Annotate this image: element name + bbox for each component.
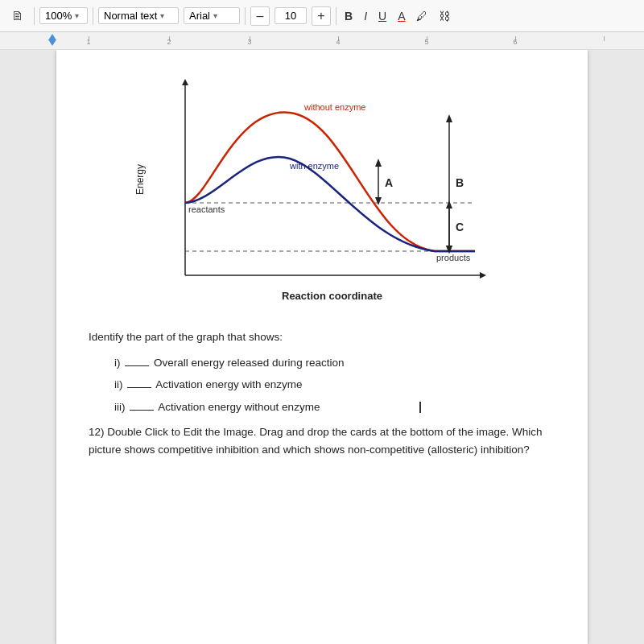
ruler-right-marker [48,34,56,40]
font-size-decrease-button[interactable]: – [250,6,270,26]
font-size-input[interactable] [275,7,307,24]
ruler: 1 2 3 4 5 6 [0,32,644,50]
underline-button[interactable]: U [375,8,390,24]
reactants-label: reactants [188,204,225,214]
zoom-arrow: ▾ [75,11,79,20]
link-button[interactable]: ⛓ [436,8,453,24]
sub-ii-text: Activation energy with enzyme [155,378,302,390]
with-enzyme-label: with enzyme [289,161,339,171]
style-selector[interactable]: Normal text ▾ [98,7,179,24]
paint-format-button[interactable]: 🖊 [413,8,431,24]
zoom-selector[interactable]: 100% ▾ [39,7,88,24]
text-cursor [419,402,421,413]
sub-questions: i) Overall energy released during reacti… [114,354,555,416]
font-arrow: ▾ [213,11,217,20]
style-arrow: ▾ [160,11,164,20]
font-size-increase-button[interactable]: + [312,6,331,26]
sub-ii-prefix: ii) [114,378,123,390]
x-axis-arrow [480,272,486,279]
q12-text: 12) Double Click to Edit the Image. Drag… [89,426,543,456]
zoom-value: 100% [45,10,72,22]
font-label: Arial [189,10,210,22]
sub-iii-prefix: iii) [114,401,126,413]
ruler-tick-3: 3 [247,38,251,46]
ruler-left-marker [48,39,56,46]
label-b: B [456,176,464,189]
blank-i [125,365,149,366]
arrow-a-top [375,159,382,167]
ruler-tick-4: 4 [336,38,340,46]
y-axis-label: Energy [134,164,146,195]
sub-i-prefix: i) [114,357,121,369]
identify-text: Identify the part of the graph that show… [89,331,283,343]
divider-1 [34,7,35,25]
italic-button[interactable]: I [361,8,370,24]
divider-2 [93,7,93,25]
sub-question-iii: iii) Activation energy without enzyme [114,398,555,416]
y-axis-arrow [182,79,188,85]
sub-question-ii: ii) Activation energy with enzyme [114,376,555,394]
ruler-tick-5: 5 [424,38,428,46]
ruler-tick-1: 1 [86,38,90,46]
ruler-tick-2: 2 [167,38,171,46]
document-page: without enzyme with enzyme reactants pro… [56,50,588,644]
ruler-tick-6: 6 [513,38,517,46]
energy-diagram-svg: without enzyme with enzyme reactants pro… [129,66,515,316]
doc-icon: 🗎 [6,5,29,27]
without-enzyme-curve [185,113,475,251]
products-label: products [436,253,471,262]
without-enzyme-label: without enzyme [303,102,365,112]
bold-button[interactable]: B [341,8,356,24]
sub-i-text: Overall energy released during reaction [154,357,344,369]
blank-ii [127,387,151,388]
with-enzyme-curve [185,157,475,251]
ruler-line-7 [604,36,605,41]
page-area: without enzyme with enzyme reactants pro… [0,50,644,644]
arrow-c-top [446,200,452,208]
sub-question-i: i) Overall energy released during reacti… [114,354,555,372]
style-label: Normal text [104,10,157,22]
font-color-button[interactable]: A [394,8,408,24]
arrow-b-top [446,114,452,122]
sub-iii-text: Activation energy without enzyme [158,401,320,413]
font-selector[interactable]: Arial ▾ [184,7,240,24]
x-axis-label: Reaction coordinate [282,290,382,302]
question-12: 12) Double Click to Edit the Image. Drag… [89,423,555,458]
divider-4 [336,7,336,25]
label-a: A [385,176,393,189]
blank-iii [130,410,154,411]
toolbar: 🗎 100% ▾ Normal text ▾ Arial ▾ – + B I U… [0,0,644,32]
label-c: C [456,221,464,233]
arrow-a-bottom [375,197,382,205]
identify-question: Identify the part of the graph that show… [89,328,555,346]
divider-3 [245,7,246,25]
chart-container: without enzyme with enzyme reactants pro… [89,66,555,316]
questions-section: Identify the part of the graph that show… [89,328,555,459]
